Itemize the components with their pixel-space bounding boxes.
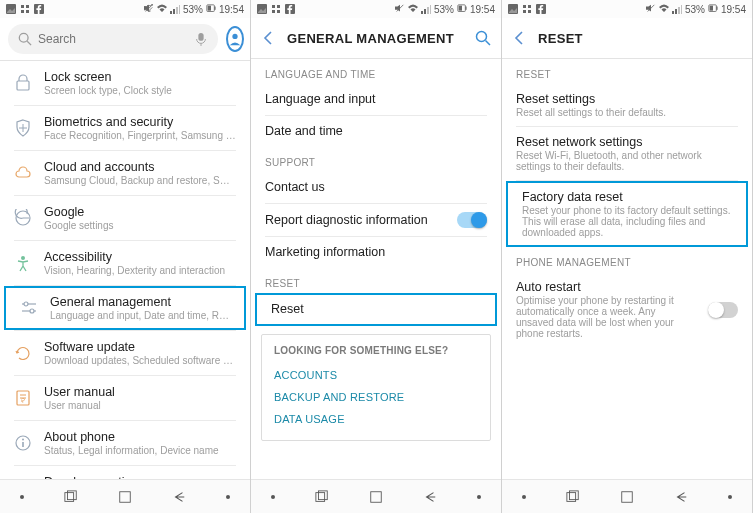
home-button[interactable] xyxy=(620,490,634,504)
search-input[interactable] xyxy=(38,32,188,46)
row-title: Factory data reset xyxy=(522,190,732,204)
recents-button[interactable] xyxy=(315,490,329,504)
row-about-phone[interactable]: About phoneStatus, Legal information, De… xyxy=(0,421,250,465)
reset-list[interactable]: RESET Reset settingsReset all settings t… xyxy=(502,59,752,479)
gallery-icon xyxy=(257,4,267,14)
recents-button[interactable] xyxy=(566,490,580,504)
nav-dot xyxy=(477,495,481,499)
row-biometrics[interactable]: Biometrics and securityFace Recognition,… xyxy=(0,106,250,150)
wifi-icon xyxy=(408,4,418,14)
svg-rect-29 xyxy=(120,491,131,502)
back-button[interactable] xyxy=(423,490,437,504)
apps-icon xyxy=(522,4,532,14)
row-accessibility[interactable]: AccessibilityVision, Hearing, Dexterity … xyxy=(0,241,250,285)
row-cloud[interactable]: Cloud and accountsSamsung Cloud, Backup … xyxy=(0,151,250,195)
svg-rect-1 xyxy=(21,5,24,8)
back-icon[interactable] xyxy=(512,30,528,46)
clock-text: 19:54 xyxy=(470,4,495,15)
svg-rect-9 xyxy=(208,6,211,11)
row-factory-data-reset[interactable]: Factory data resetReset your phone to it… xyxy=(508,183,746,245)
row-general-management[interactable]: General managementLanguage and input, Da… xyxy=(6,288,244,328)
row-title: About phone xyxy=(44,430,236,444)
lock-icon xyxy=(14,74,32,92)
status-bar: 53% 19:54 xyxy=(0,0,250,18)
recents-button[interactable] xyxy=(64,490,78,504)
toggle-auto-restart[interactable] xyxy=(708,302,738,318)
back-button[interactable] xyxy=(674,490,688,504)
back-button[interactable] xyxy=(172,490,186,504)
wifi-icon xyxy=(659,4,669,14)
row-lock-screen[interactable]: Lock screenScreen lock type, Clock style xyxy=(0,61,250,105)
row-sub: Language and input, Date and time, Reset xyxy=(50,310,230,321)
row-language-input[interactable]: Language and input xyxy=(251,84,501,115)
svg-rect-26 xyxy=(22,442,24,447)
row-title: Software update xyxy=(44,340,236,354)
mute-icon xyxy=(646,4,656,14)
row-developer-options[interactable]: Developer optionsDeveloper options xyxy=(0,466,250,479)
home-button[interactable] xyxy=(118,490,132,504)
nav-dot xyxy=(20,495,24,499)
home-button[interactable] xyxy=(369,490,383,504)
nav-dot xyxy=(522,495,526,499)
mic-icon[interactable] xyxy=(194,32,208,46)
battery-text: 53% xyxy=(685,4,705,15)
svg-rect-31 xyxy=(272,5,275,8)
svg-rect-32 xyxy=(277,5,280,8)
svg-line-41 xyxy=(486,41,491,46)
section-reset: RESET xyxy=(502,59,752,84)
row-reset-settings[interactable]: Reset settingsReset all settings to thei… xyxy=(502,84,752,126)
svg-rect-47 xyxy=(528,5,531,8)
svg-rect-53 xyxy=(716,7,717,10)
row-title: Lock screen xyxy=(44,70,236,84)
svg-rect-12 xyxy=(198,33,203,41)
link-accounts[interactable]: ACCOUNTS xyxy=(274,364,478,386)
card-title: LOOKING FOR SOMETHING ELSE? xyxy=(274,345,478,356)
section-phone-mgmt: PHONE MANAGEMENT xyxy=(502,247,752,272)
row-factory-highlight: Factory data resetReset your phone to it… xyxy=(506,181,748,247)
settings-list[interactable]: Lock screenScreen lock type, Clock style… xyxy=(0,61,250,479)
row-contact-us[interactable]: Contact us xyxy=(251,172,501,203)
svg-rect-4 xyxy=(26,10,29,13)
mute-icon xyxy=(395,4,405,14)
row-reset[interactable]: Reset xyxy=(257,295,495,324)
section-reset: RESET xyxy=(251,268,501,293)
row-auto-restart[interactable]: Auto restartOptimise your phone by resta… xyxy=(502,272,752,347)
accessibility-icon xyxy=(14,254,32,272)
row-user-manual[interactable]: ? User manualUser manual xyxy=(0,376,250,420)
nav-bar xyxy=(251,479,501,513)
search-icon xyxy=(18,32,32,46)
nav-dot xyxy=(271,495,275,499)
row-reset-network[interactable]: Reset network settingsReset Wi-Fi, Bluet… xyxy=(502,127,752,180)
row-title: Reset xyxy=(271,302,304,316)
search-box[interactable] xyxy=(8,24,218,54)
manual-icon: ? xyxy=(14,389,32,407)
row-marketing-info[interactable]: Marketing information xyxy=(251,237,501,268)
signal-icon xyxy=(672,4,682,14)
svg-point-25 xyxy=(22,439,24,441)
gallery-icon xyxy=(6,4,16,14)
row-date-time[interactable]: Date and time xyxy=(251,116,501,147)
row-report-diagnostic[interactable]: Report diagnostic information xyxy=(251,204,501,236)
row-title: Cloud and accounts xyxy=(44,160,236,174)
profile-button[interactable] xyxy=(226,26,244,52)
signal-icon xyxy=(170,4,180,14)
search-icon[interactable] xyxy=(475,30,491,46)
link-backup-restore[interactable]: BACKUP AND RESTORE xyxy=(274,386,478,408)
row-google[interactable]: GoogleGoogle settings xyxy=(0,196,250,240)
row-title: General management xyxy=(50,295,230,309)
row-title: Date and time xyxy=(265,124,343,138)
general-list[interactable]: LANGUAGE AND TIME Language and input Dat… xyxy=(251,59,501,479)
wifi-icon xyxy=(157,4,167,14)
link-data-usage[interactable]: DATA USAGE xyxy=(274,408,478,430)
row-title: Biometrics and security xyxy=(44,115,236,129)
row-sub: Reset all settings to their defaults. xyxy=(516,107,738,118)
row-sub: Samsung Cloud, Backup and restore, Smart… xyxy=(44,175,236,186)
row-sub: Reset your phone to its factory default … xyxy=(522,205,732,238)
looking-for-card: LOOKING FOR SOMETHING ELSE? ACCOUNTS BAC… xyxy=(261,334,491,441)
svg-rect-38 xyxy=(465,7,466,10)
row-software-update[interactable]: Software updateDownload updates, Schedul… xyxy=(0,331,250,375)
row-sub: Vision, Hearing, Dexterity and interacti… xyxy=(44,265,236,276)
row-sub: User manual xyxy=(44,400,236,411)
toggle-diagnostic[interactable] xyxy=(457,212,487,228)
back-icon[interactable] xyxy=(261,30,277,46)
